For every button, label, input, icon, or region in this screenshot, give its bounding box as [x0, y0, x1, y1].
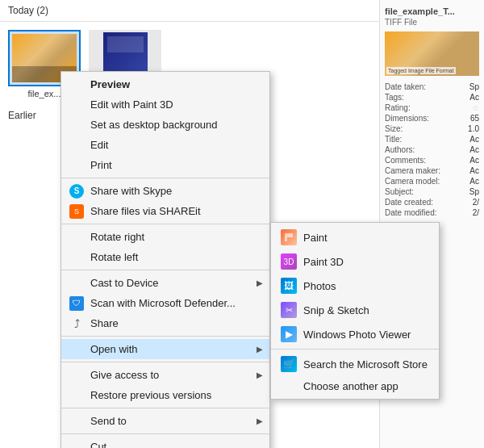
explorer-header: Today (2) [0, 0, 379, 22]
prop-row-title: Title: Ac [385, 135, 479, 144]
rotate-left-label: Rotate left [90, 251, 138, 263]
open-with-submenu: Paint 3D Paint 3D 🖼 Photos ✂ Snip & Sket… [270, 222, 440, 400]
context-menu: Preview Edit with Paint 3D Set as deskto… [60, 71, 270, 448]
submenu-item-snip[interactable]: ✂ Snip & Sketch [271, 298, 439, 322]
share-skype-label: Share with Skype [90, 185, 172, 197]
submenu-item-photos[interactable]: 🖼 Photos [271, 274, 439, 298]
menu-item-cast[interactable]: Cast to Device ▶ [61, 273, 269, 293]
prop-row-date-created: Date created: 2/ [385, 198, 479, 207]
set-desktop-label: Set as desktop background [90, 119, 218, 131]
separator-2 [61, 224, 269, 224]
prop-row-camera-maker: Camera maker: Ac [385, 166, 479, 175]
separator-5 [61, 362, 269, 362]
separator-6 [61, 408, 269, 408]
menu-item-edit[interactable]: Edit [61, 135, 269, 155]
paint3d-label: Paint 3D [303, 256, 344, 268]
today-label: Today (2) [8, 5, 48, 16]
wpv-label: Windows Photo Viewer [303, 329, 411, 341]
separator-3 [61, 270, 269, 270]
earlier-label: Earlier [8, 110, 36, 121]
cast-label: Cast to Device [90, 277, 159, 289]
submenu-item-wpv[interactable]: ▶ Windows Photo Viewer [271, 322, 439, 346]
menu-item-rotate-left[interactable]: Rotate left [61, 247, 269, 267]
prop-row-size: Size: 1.0 [385, 124, 479, 133]
menu-item-open-with[interactable]: Open with ▶ [61, 339, 269, 359]
cut-label: Cut [90, 441, 106, 448]
open-with-label: Open with [90, 343, 138, 355]
submenu-item-paint3d[interactable]: 3D Paint 3D [271, 249, 439, 274]
photos-icon: 🖼 [281, 278, 297, 294]
photos-label: Photos [303, 280, 336, 292]
thumb-label-1: file_ex... [28, 89, 61, 98]
send-to-label: Send to [90, 415, 127, 427]
menu-item-print[interactable]: Print [61, 155, 269, 175]
another-label: Choose another app [281, 380, 398, 392]
separator-1 [61, 178, 269, 178]
menu-item-preview[interactable]: Preview [61, 74, 269, 94]
menu-item-scan-defender[interactable]: 🛡 Scan with Microsoft Defender... [61, 293, 269, 313]
paint3d-icon: 3D [281, 253, 297, 270]
submenu-sep-1 [271, 349, 439, 350]
menu-item-restore-versions[interactable]: Restore previous versions [61, 385, 269, 405]
edit-label: Edit [90, 139, 108, 151]
share-icon: ⤴ [69, 316, 84, 331]
prop-row-date-taken: Date taken: Sp [385, 82, 479, 91]
prop-row-date-modified: Date modified: 2/ [385, 208, 479, 217]
separator-7 [61, 433, 269, 434]
wpv-icon: ▶ [281, 326, 297, 342]
store-label: Search the Microsoft Store [303, 358, 428, 371]
snip-label: Snip & Sketch [303, 304, 369, 316]
menu-item-share[interactable]: ⤴ Share [61, 313, 269, 333]
defender-icon: 🛡 [69, 296, 84, 311]
prop-row-dimensions: Dimensions: 65 [385, 114, 479, 123]
menu-item-send-to[interactable]: Send to ▶ [61, 411, 269, 431]
prop-row-rating: Rating: ☆ [385, 103, 479, 112]
right-panel-subtitle: TIFF File [385, 18, 479, 27]
preview-label: Preview [90, 78, 130, 90]
menu-item-share-shareit[interactable]: S Share files via SHAREit [61, 201, 269, 221]
menu-item-give-access[interactable]: Give access to ▶ [61, 365, 269, 385]
paint-icon [281, 229, 297, 245]
send-to-arrow-icon: ▶ [257, 417, 263, 425]
skype-icon: S [69, 184, 84, 199]
prop-row-camera-model: Camera model: Ac [385, 177, 479, 186]
share-label: Share [90, 317, 119, 329]
give-access-arrow-icon: ▶ [257, 371, 263, 379]
properties-list: Date taken: Sp Tags: Ac Rating: ☆ Dimens… [385, 82, 479, 217]
submenu-item-paint[interactable]: Paint [271, 225, 439, 249]
menu-item-edit-paint3d[interactable]: Edit with Paint 3D [61, 94, 269, 115]
print-label: Print [90, 159, 112, 171]
prop-row-authors: Authors: Ac [385, 145, 479, 154]
shareit-icon: S [69, 204, 84, 219]
submenu-item-another[interactable]: Choose another app [271, 376, 439, 396]
menu-item-rotate-right[interactable]: Rotate right [61, 227, 269, 247]
share-shareit-label: Share files via SHAREit [90, 205, 201, 217]
right-panel-title: file_example_T... [385, 6, 479, 16]
menu-item-set-desktop[interactable]: Set as desktop background [61, 115, 269, 135]
restore-versions-label: Restore previous versions [90, 389, 211, 401]
give-access-label: Give access to [90, 369, 159, 381]
snip-icon: ✂ [281, 302, 297, 318]
rotate-right-label: Rotate right [90, 231, 144, 243]
right-panel-preview [385, 31, 479, 76]
cast-arrow-icon: ▶ [257, 278, 263, 287]
separator-4 [61, 336, 269, 337]
menu-item-share-skype[interactable]: S Share with Skype [61, 181, 269, 201]
prop-row-tags: Tags: Ac [385, 93, 479, 102]
open-with-arrow-icon: ▶ [257, 345, 263, 354]
prop-row-comments: Comments: Ac [385, 156, 479, 165]
paint-label: Paint [303, 232, 328, 244]
scan-defender-label: Scan with Microsoft Defender... [90, 297, 236, 309]
edit-paint3d-label: Edit with Paint 3D [90, 98, 173, 111]
store-icon: 🛒 [281, 356, 297, 372]
menu-item-cut[interactable]: Cut [61, 437, 269, 448]
prop-row-subject: Subject: Sp [385, 187, 479, 196]
submenu-item-store[interactable]: 🛒 Search the Microsoft Store [271, 352, 439, 376]
